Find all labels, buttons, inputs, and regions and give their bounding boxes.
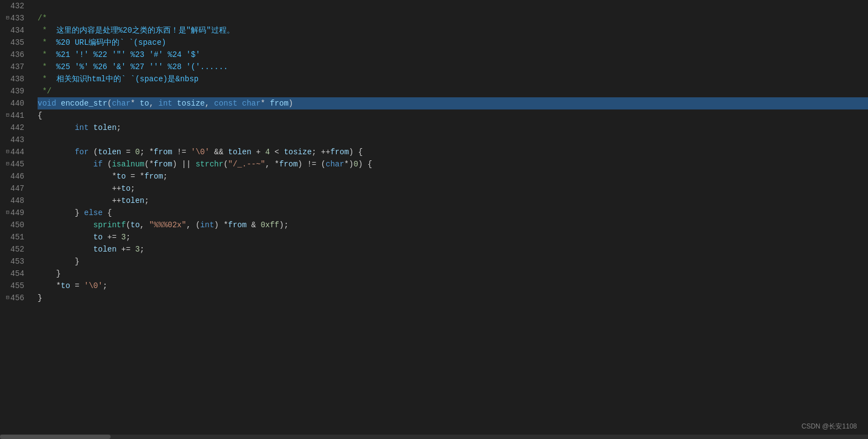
line-440-star1: * xyxy=(130,97,140,109)
line-444-and: && xyxy=(210,146,228,158)
line-450-fmt: "%%%02x" xyxy=(149,219,186,231)
linenum-441: ⊟441 xyxy=(4,109,29,122)
linenum-451: 451 xyxy=(4,231,29,243)
line-451-indent xyxy=(38,231,93,243)
line-452-tolen: tolen xyxy=(93,243,117,255)
fold-456[interactable]: ⊟ xyxy=(6,292,9,304)
code-line-454: } xyxy=(38,268,868,280)
linenum-437: 437 xyxy=(4,61,29,73)
line-445-p7: ) { xyxy=(358,158,372,170)
code-line-435: * %20 URL编码中的` `(space) xyxy=(38,36,868,49)
line-445-char: char xyxy=(326,158,344,170)
editor-container: 432 ⊟433 434 435 436 437 438 439 440 ⊟44… xyxy=(0,0,868,439)
linenum-444: ⊟444 xyxy=(4,146,29,158)
line-448-pp: ++ xyxy=(112,195,121,207)
line-444-tolen: tolen xyxy=(98,146,121,158)
linenum-447: 447 xyxy=(4,182,29,195)
line-449-indent xyxy=(38,207,75,219)
line-448-tolen: tolen xyxy=(121,195,144,207)
line-453-indent xyxy=(38,255,75,268)
horizontal-scrollbar[interactable] xyxy=(0,435,868,439)
line-449-close: } xyxy=(75,207,84,219)
linenum-452: 452 xyxy=(4,243,29,255)
line-451-op: += xyxy=(103,231,122,243)
line-445-p1: ( xyxy=(107,158,112,170)
line-454-content: } xyxy=(56,268,61,280)
line-445-from2: from xyxy=(279,158,298,170)
line-452-three: 3 xyxy=(135,243,139,255)
line-444-null: '\0' xyxy=(191,146,210,158)
fold-445[interactable]: ⊟ xyxy=(6,158,9,170)
linenum-448: 448 xyxy=(4,195,29,207)
linenum-450: 450 xyxy=(4,219,29,231)
line-450-from: from xyxy=(228,219,247,231)
line-450-p2: ) * xyxy=(214,219,228,231)
line-445-from1: from xyxy=(154,158,172,170)
code-line-455: *to = '\0'; xyxy=(38,280,868,292)
code-line-449: } else { xyxy=(38,207,868,219)
linenum-445: ⊟445 xyxy=(4,158,29,170)
line-446-content: * xyxy=(112,170,116,182)
code-line-452: tolen += 3; xyxy=(38,243,868,255)
line-445-p5: ) != ( xyxy=(298,158,326,170)
line-444-zero: 0 xyxy=(135,146,139,158)
code-line-432 xyxy=(38,0,868,12)
line-444-for: for xyxy=(75,146,93,158)
line-440-char1: char xyxy=(112,97,130,109)
line-447-indent xyxy=(38,182,112,195)
line-440-to: to xyxy=(140,97,149,109)
line-444-four: 4 xyxy=(265,146,270,158)
fold-444[interactable]: ⊟ xyxy=(6,146,9,158)
line-442-int: int xyxy=(75,122,93,134)
line-440-comma1: , xyxy=(149,97,159,109)
line-452-semi: ; xyxy=(140,243,144,255)
code-line-439: */ xyxy=(38,85,868,97)
line-450-indent xyxy=(38,219,93,231)
line-444-indent xyxy=(38,146,75,158)
linenum-436: 436 xyxy=(4,49,29,61)
line-446-to: to xyxy=(117,170,126,182)
line-456-content: } xyxy=(38,292,42,304)
line-438-star: * xyxy=(38,73,56,85)
line-448-semi: ; xyxy=(144,195,149,207)
linenum-432: 432 xyxy=(4,0,29,12)
linenum-438: 438 xyxy=(4,73,29,85)
line-447-to: to xyxy=(121,182,130,195)
line-455-star: * xyxy=(56,280,61,292)
line-448-indent xyxy=(38,195,112,207)
line-451-semi: ; xyxy=(126,231,130,243)
line-440-const: const xyxy=(214,97,242,109)
line-451-three: 3 xyxy=(121,231,126,243)
line-436-star: * xyxy=(38,49,56,61)
line-439-content: */ xyxy=(38,85,51,97)
code-line-443 xyxy=(38,134,868,146)
line-450-0xff: 0xff xyxy=(260,219,279,231)
line-446-semi: ; xyxy=(163,170,168,182)
code-line-456: } xyxy=(38,292,868,304)
line-442-indent xyxy=(38,122,75,134)
line-450-amp: & xyxy=(247,219,260,231)
line-434-star: * xyxy=(38,24,56,36)
line-436-text: %21 '!' %22 '"' %23 '#' %24 '$' xyxy=(56,49,200,61)
code-line-441: { xyxy=(38,109,868,122)
line-440-int: int xyxy=(158,97,177,109)
fold-449[interactable]: ⊟ xyxy=(6,207,9,219)
line-452-op: += xyxy=(117,243,135,255)
line-445-isalnum: isalnum xyxy=(112,158,144,170)
line-435-star: * xyxy=(38,36,56,49)
line-444-tosize: tosize xyxy=(284,146,311,158)
line-444-p2: ) { xyxy=(349,146,363,158)
line-440-paren1: ( xyxy=(107,97,112,109)
line-447-semi: ; xyxy=(130,182,135,195)
scrollbar-thumb[interactable] xyxy=(0,435,111,439)
fold-433[interactable]: ⊟ xyxy=(6,12,9,24)
code-area: 432 ⊟433 434 435 436 437 438 439 440 ⊟44… xyxy=(0,0,868,439)
line-455-null: '\0' xyxy=(84,280,103,292)
line-455-to: to xyxy=(61,280,70,292)
code-line-446: *to = *from; xyxy=(38,170,868,182)
line-451-to: to xyxy=(93,231,103,243)
watermark: CSDN @长安1108 xyxy=(802,422,857,431)
linenum-455: 455 xyxy=(4,280,29,292)
fold-441[interactable]: ⊟ xyxy=(6,109,9,122)
line-444-neq: != xyxy=(172,146,191,158)
